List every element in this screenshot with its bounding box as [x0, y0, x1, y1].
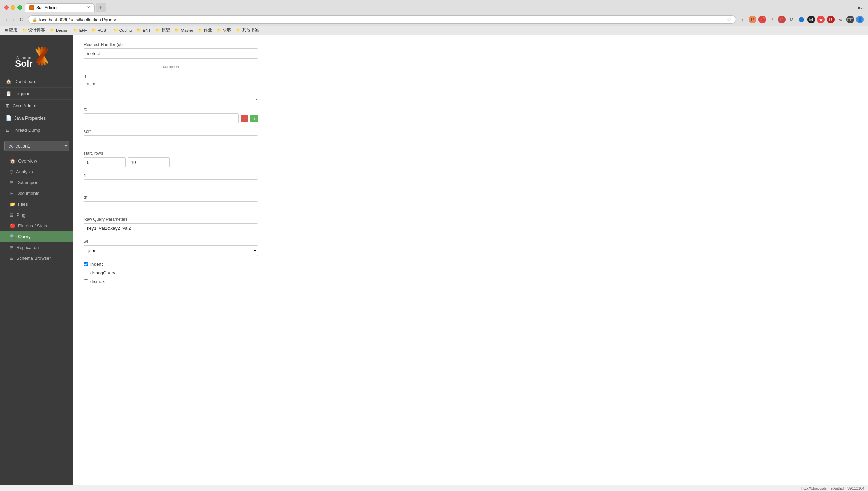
dismax-label[interactable]: dismax	[90, 279, 105, 284]
status-bar: http://blog.csdn.net/githuh_39110104	[0, 485, 868, 488]
back-button[interactable]: ‹	[4, 16, 9, 23]
collection-nav-plugins-stats[interactable]: 🔴 Plugins / Stats	[0, 220, 73, 231]
toolbar-icon-8[interactable]: M	[807, 16, 815, 23]
bookmarks-item-5[interactable]: 📁 ENT	[135, 27, 153, 33]
collection-nav-files[interactable]: 📁 Files	[0, 199, 73, 210]
collection-nav-analysis[interactable]: ▽ Analysis	[0, 166, 73, 177]
sidebar-item-java-properties[interactable]: 📄 Java Properties	[0, 112, 73, 124]
sort-input[interactable]	[84, 135, 258, 145]
collection-select[interactable]: collection1	[4, 141, 69, 151]
df-input[interactable]	[84, 201, 258, 211]
toolbar-icon-10[interactable]: R	[827, 16, 835, 23]
bookmarks-item-0[interactable]: 📁 设计博客	[20, 27, 47, 33]
toolbar-icon-4[interactable]: B	[768, 16, 776, 23]
bookmarks-item-7[interactable]: 📁 Master	[173, 27, 195, 33]
collection-nav-ping[interactable]: ⊞ Ping	[0, 210, 73, 220]
user-avatar[interactable]: 👤	[856, 16, 864, 23]
request-handler-input[interactable]	[84, 48, 258, 59]
sidebar-item-label: Dashboard	[14, 79, 37, 84]
url-bar[interactable]: 🔒 localhost:8080/solr/#/collection1/quer…	[28, 15, 736, 24]
toolbar-icon-1[interactable]: ↑	[739, 16, 747, 23]
rows-input[interactable]	[128, 157, 170, 167]
bookmarks-item-10[interactable]: 📁 其他书签	[234, 27, 261, 33]
debug-query-label[interactable]: debugQuery	[90, 270, 115, 275]
request-handler-label: Request-Handler (qt)	[84, 42, 258, 47]
bookmarks-item-6[interactable]: 📁 原型	[154, 27, 172, 33]
toolbar-icon-5[interactable]: P	[778, 16, 786, 23]
raw-query-label: Raw Query Parameters	[84, 217, 258, 222]
analysis-icon: ▽	[10, 169, 13, 174]
fq-add-button[interactable]: +	[250, 115, 258, 122]
sidebar-item-label: Logging	[14, 91, 30, 96]
maximize-button[interactable]	[17, 5, 22, 10]
toolbar-icon-2[interactable]: P	[749, 16, 756, 23]
sidebar-item-thread-dump[interactable]: ⊟ Thread Dump	[0, 124, 73, 136]
debug-query-checkbox[interactable]	[84, 271, 88, 275]
toolbar-icon-12[interactable]: □□	[846, 16, 854, 23]
q-input[interactable]: *:*	[84, 80, 258, 100]
df-group: df	[84, 195, 258, 211]
nav-buttons: ‹ › ↻	[4, 16, 25, 24]
fq-remove-button[interactable]: −	[241, 115, 248, 122]
bookmarks-item-3[interactable]: 📁 HUST	[90, 27, 111, 33]
toolbar-icon-3[interactable]: 📌	[758, 16, 766, 23]
collection-nav-overview[interactable]: 🏠 Overview	[0, 156, 73, 166]
raw-query-input[interactable]	[84, 223, 258, 233]
ping-icon: ⊞	[10, 212, 14, 218]
toolbar-icon-6[interactable]: M	[788, 16, 795, 23]
bookmarks-item-9[interactable]: 📁 求职	[215, 27, 233, 33]
refresh-button[interactable]: ↻	[18, 16, 25, 24]
sidebar-item-core-admin[interactable]: ⊞ Core Admin	[0, 100, 73, 112]
query-form: Request-Handler (qt) common q *:* fq − +	[84, 42, 258, 284]
close-button[interactable]	[4, 5, 9, 10]
wt-select[interactable]: json xml python ruby php csv	[84, 245, 258, 256]
q-label: q	[84, 73, 258, 78]
bookmarks-item-1[interactable]: 📁 Design	[48, 27, 70, 33]
collection-nav-query[interactable]: 🔍 Query	[0, 231, 73, 242]
minimize-button[interactable]	[11, 5, 15, 10]
toolbar-icon-9[interactable]: ★	[817, 16, 825, 23]
sidebar-item-dashboard[interactable]: 🏠 Dashboard	[0, 75, 73, 88]
indent-label[interactable]: indent	[90, 262, 103, 267]
collection-nav-documents[interactable]: ⊞ Documents	[0, 188, 73, 199]
fl-input[interactable]	[84, 179, 258, 189]
sidebar-item-label: Core Admin	[13, 103, 36, 108]
collection-nav-replication[interactable]: ⊞ Replication	[0, 242, 73, 253]
dismax-checkbox[interactable]	[84, 279, 88, 284]
toolbar-icon-7[interactable]: 🔵	[798, 16, 805, 23]
collection-nav-label: Ping	[16, 212, 25, 218]
fq-input[interactable]	[84, 113, 239, 123]
browser-chrome: Solr Admin ✕ + Lisa ‹ › ↻ 🔒 localhost:80…	[0, 0, 868, 35]
forward-button[interactable]: ›	[11, 16, 15, 23]
toolbar-icons: ↑ P 📌 B P M 🔵 M ★ R ∞ □□ 👤	[739, 16, 864, 23]
core-admin-icon: ⊞	[6, 103, 10, 108]
sidebar-item-logging[interactable]: 📋 Logging	[0, 88, 73, 100]
new-tab-button[interactable]: +	[96, 3, 106, 12]
toolbar-icon-11[interactable]: ∞	[837, 16, 844, 23]
indent-checkbox[interactable]	[84, 262, 88, 266]
bookmarks-item-4[interactable]: 📁 Coding	[111, 27, 134, 33]
active-tab[interactable]: Solr Admin ✕	[25, 3, 95, 12]
tab-bar: Solr Admin ✕ +	[25, 3, 853, 12]
collection-nav-schema-browser[interactable]: ⊞ Schema Browser	[0, 253, 73, 264]
tab-close-button[interactable]: ✕	[87, 5, 90, 10]
fq-row: − +	[84, 113, 258, 123]
bookmarks-item-8[interactable]: 📁 作业	[196, 27, 214, 33]
start-rows-label: start, rows	[84, 151, 258, 156]
collection-nav-dataimport[interactable]: ⊞ Dataimport	[0, 177, 73, 188]
bookmarks-bar: ⊞ 应用 📁 设计博客 📁 Design 📁 EFF 📁 HUST 📁 Codi…	[0, 26, 868, 35]
start-rows-row	[84, 157, 258, 167]
collection-selector: collection1	[4, 141, 69, 151]
documents-icon: ⊞	[10, 191, 14, 196]
url-text: localhost:8080/solr/#/collection1/query	[39, 17, 725, 22]
bookmarks-apps[interactable]: ⊞ 应用	[3, 27, 20, 33]
collection-nav-label: Overview	[18, 158, 37, 164]
bookmark-star-icon[interactable]: ☆	[727, 17, 732, 22]
start-input[interactable]	[84, 157, 126, 167]
query-icon: 🔍	[10, 234, 15, 239]
collection-nav-label: Files	[18, 202, 28, 207]
indent-row: indent	[84, 262, 258, 267]
bookmarks-item-2[interactable]: 📁 EFF	[71, 27, 89, 33]
collection-nav-label: Replication	[16, 245, 39, 250]
debug-query-row: debugQuery	[84, 270, 258, 275]
